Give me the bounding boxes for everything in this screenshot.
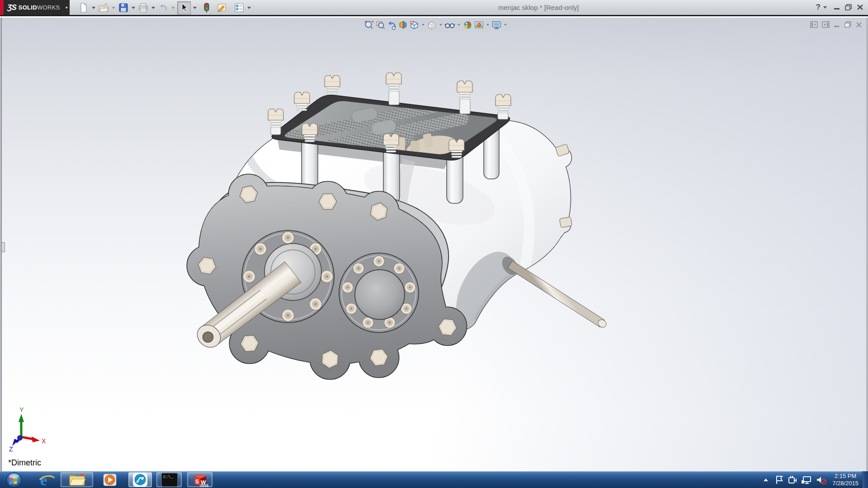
edit-color-button[interactable] bbox=[216, 2, 228, 14]
network-icon[interactable] bbox=[801, 475, 813, 485]
view-settings-dropdown[interactable] bbox=[504, 24, 507, 26]
hide-show-dropdown[interactable] bbox=[458, 24, 460, 26]
apply-scene-button[interactable] bbox=[474, 20, 484, 30]
select-dropdown[interactable] bbox=[193, 7, 197, 9]
view-orientation-label: *Dimetric bbox=[8, 458, 41, 468]
panel-splitter-handle[interactable] bbox=[2, 242, 5, 252]
print-button[interactable] bbox=[137, 2, 149, 14]
display-style-dropdown[interactable] bbox=[439, 24, 442, 26]
section-view-button[interactable] bbox=[398, 20, 408, 30]
start-button[interactable] bbox=[5, 472, 23, 488]
save-button[interactable] bbox=[118, 2, 129, 14]
open-dropdown[interactable] bbox=[112, 7, 115, 9]
gearbox-model[interactable]: Y X Z bbox=[2, 18, 866, 471]
power-plug-icon[interactable] bbox=[787, 475, 799, 485]
right-bearing[interactable] bbox=[339, 253, 419, 333]
save-dropdown[interactable] bbox=[132, 7, 135, 9]
previous-view-button[interactable] bbox=[387, 20, 397, 30]
action-center-flag-icon[interactable] bbox=[774, 475, 785, 485]
rebuild-button[interactable] bbox=[203, 2, 211, 14]
options-button[interactable] bbox=[233, 2, 245, 14]
taskbar: e C:\_ S W 2015 bbox=[0, 471, 868, 488]
new-document-button[interactable] bbox=[78, 2, 90, 14]
solidworks-logo: ƷS SOLIDWORKS ▸ bbox=[0, 0, 64, 15]
internet-explorer-icon[interactable]: e bbox=[39, 473, 55, 487]
minimize-button[interactable] bbox=[834, 5, 840, 10]
help-button[interactable]: ? bbox=[816, 3, 821, 12]
doc-minimize-button[interactable] bbox=[834, 21, 840, 28]
svg-text:C:\_: C:\_ bbox=[163, 475, 173, 479]
svg-text:S: S bbox=[195, 479, 199, 485]
print-dropdown[interactable] bbox=[151, 7, 155, 9]
pane-left-button[interactable] bbox=[810, 21, 818, 28]
close-button[interactable] bbox=[857, 4, 863, 10]
viewport-left-border bbox=[1, 18, 2, 471]
triad-y-label: Y bbox=[19, 406, 24, 413]
select-tool-button[interactable] bbox=[177, 1, 191, 14]
windows-explorer-icon[interactable] bbox=[69, 473, 86, 487]
hide-show-items-button[interactable] bbox=[444, 20, 455, 30]
command-prompt-icon[interactable]: C:\_ bbox=[161, 473, 178, 487]
triad-x-label: X bbox=[42, 437, 46, 445]
logo-text-works: WORKS bbox=[37, 4, 60, 11]
zoom-to-fit-button[interactable] bbox=[364, 20, 374, 30]
document-window-controls bbox=[810, 21, 863, 28]
tray-date: 7/28/2015 bbox=[832, 480, 859, 487]
new-dropdown[interactable] bbox=[92, 7, 95, 9]
title-bar: ƷS SOLIDWORKS ▸ menjac sklop bbox=[0, 0, 868, 16]
reference-triad[interactable]: Y X Z bbox=[9, 406, 46, 453]
logo-red-stripe bbox=[0, 0, 4, 15]
tray-clock[interactable]: 2:15 PM 7/28/2015 bbox=[832, 473, 859, 487]
tray-expand-icon[interactable] bbox=[761, 477, 771, 483]
pane-right-button[interactable] bbox=[822, 21, 830, 28]
svg-text:2015: 2015 bbox=[200, 483, 208, 488]
menu-expand-arrow[interactable]: ▸ bbox=[64, 0, 70, 15]
window-title: menjac sklop * [Read-only] bbox=[498, 4, 579, 11]
logo-3ds-glyph: ƷS bbox=[7, 3, 16, 12]
undo-button[interactable] bbox=[157, 2, 169, 14]
svg-text:e: e bbox=[40, 473, 47, 487]
tray-time: 2:15 PM bbox=[832, 473, 859, 480]
view-orientation-dropdown[interactable] bbox=[422, 24, 425, 26]
undo-dropdown[interactable] bbox=[171, 7, 175, 9]
media-player-icon[interactable] bbox=[102, 473, 118, 487]
solidworks-icon[interactable]: S W 2015 bbox=[191, 473, 210, 488]
doc-close-button[interactable] bbox=[856, 21, 863, 28]
output-shaft-thin[interactable] bbox=[508, 261, 608, 329]
triad-z-label: Z bbox=[9, 446, 13, 453]
display-style-button[interactable] bbox=[427, 20, 437, 30]
view-orientation-button[interactable] bbox=[409, 20, 420, 30]
edit-appearance-button[interactable] bbox=[462, 20, 473, 30]
doc-restore-button[interactable] bbox=[844, 21, 852, 28]
graphics-viewport[interactable]: Y X Z *Dimetric bbox=[0, 18, 868, 471]
heads-up-toolbar bbox=[363, 19, 509, 31]
zoom-to-area-button[interactable] bbox=[375, 20, 386, 30]
apply-scene-dropdown[interactable] bbox=[486, 24, 489, 26]
logo-text-solid: SOLID bbox=[19, 4, 37, 11]
view-settings-button[interactable] bbox=[491, 20, 502, 30]
help-dropdown[interactable] bbox=[823, 6, 827, 9]
options-dropdown[interactable] bbox=[247, 7, 251, 9]
media-go-icon[interactable] bbox=[132, 473, 148, 487]
volume-muted-icon[interactable] bbox=[815, 475, 828, 485]
show-desktop-button[interactable] bbox=[862, 471, 868, 488]
restore-button[interactable] bbox=[845, 4, 852, 10]
open-button[interactable] bbox=[98, 2, 109, 14]
